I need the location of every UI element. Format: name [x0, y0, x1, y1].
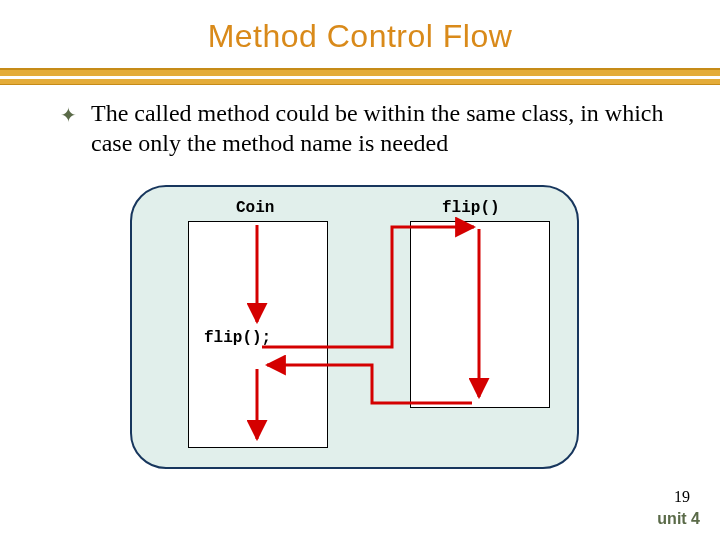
slide: Method Control Flow ✦ The called method … — [0, 0, 720, 540]
unit-label: unit 4 — [657, 510, 700, 528]
flow-diagram: Coin flip() flip(); — [130, 185, 579, 469]
callee-box — [410, 221, 550, 408]
bullet-row: ✦ The called method could be within the … — [60, 98, 680, 158]
page-number: 19 — [674, 488, 690, 506]
slide-title: Method Control Flow — [0, 0, 720, 55]
bullet-icon: ✦ — [60, 100, 77, 130]
callee-label: flip() — [442, 199, 500, 217]
title-rule-inset — [0, 76, 720, 79]
bullet-text: The called method could be within the sa… — [91, 98, 680, 158]
caller-label: Coin — [236, 199, 274, 217]
call-statement-label: flip(); — [204, 329, 271, 347]
